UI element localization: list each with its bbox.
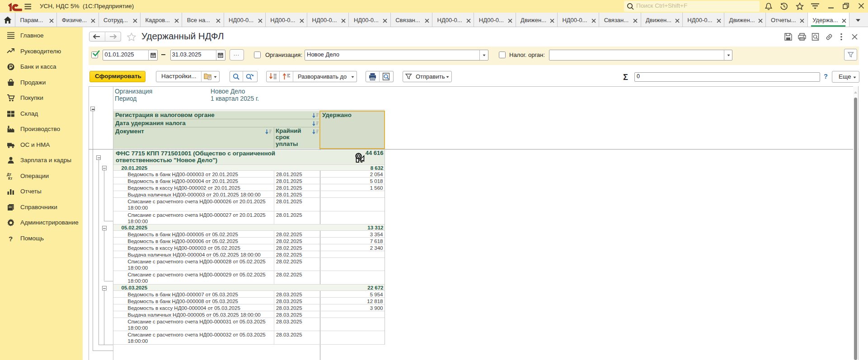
svg-text:Кт: Кт (8, 176, 12, 181)
svg-text:?: ? (9, 234, 13, 242)
